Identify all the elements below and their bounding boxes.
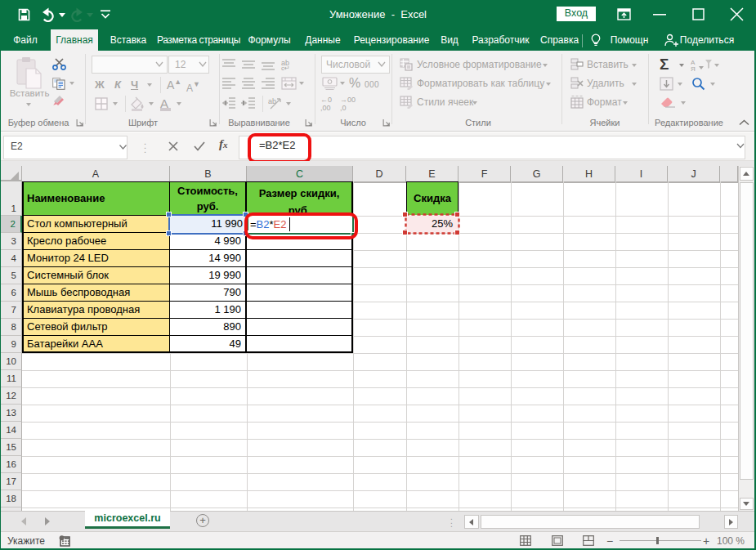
svg-text:Я: Я xyxy=(691,65,696,71)
svg-text:c↵: c↵ xyxy=(281,65,290,70)
